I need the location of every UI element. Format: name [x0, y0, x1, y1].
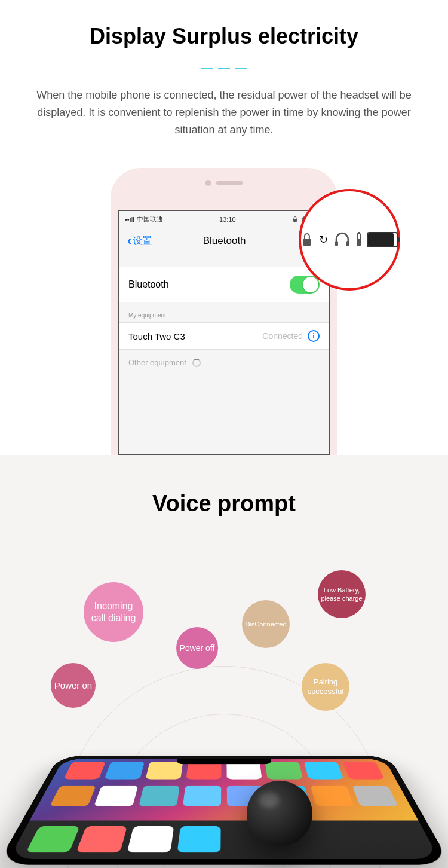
device-name: Touch Two C3 — [128, 331, 185, 341]
bluetooth-toggle-row: Bluetooth — [119, 267, 329, 302]
app-icon — [186, 762, 221, 780]
device-row[interactable]: Touch Two C3 Connected i — [119, 322, 329, 350]
bubble-disconnected: DisConnected — [242, 600, 290, 648]
app-icon — [303, 762, 343, 780]
spinner-icon — [192, 359, 201, 367]
app-icon — [139, 786, 180, 806]
nav-title: Bluetooth — [128, 235, 321, 247]
bubble-low-battery: Low Battery, please charge — [318, 570, 366, 618]
status-left: ••ıll 中国联通 — [125, 215, 163, 224]
my-equipment-label: My equipment — [119, 302, 329, 322]
other-equipment-label: Other equipment — [128, 358, 186, 367]
device-status-wrap: Connected i — [262, 330, 320, 342]
app-icon — [127, 826, 174, 853]
phone-battery-icon — [367, 232, 398, 247]
phone-mockup-wrap: ••ıll 中国联通 13:10 ‹ 设置 B — [0, 168, 448, 455]
app-icon — [63, 762, 106, 780]
lock-icon — [301, 233, 313, 247]
earpiece-icon — [216, 181, 243, 185]
status-bar: ••ıll 中国联通 13:10 — [119, 211, 329, 227]
status-time: 13:10 — [219, 216, 236, 223]
phone-screen: ••ıll 中国联通 13:10 ‹ 设置 B — [118, 210, 330, 455]
app-icon — [183, 786, 221, 806]
lock-icon — [292, 216, 298, 222]
bubble-power-on: Power on — [51, 663, 96, 708]
bubble-incoming-call: Incoming call dialing — [84, 582, 143, 642]
other-equipment-row: Other equipment — [119, 350, 329, 375]
app-icon — [145, 762, 183, 780]
bluetooth-label: Bluetooth — [128, 279, 169, 290]
phone-bottom-screen — [8, 759, 440, 860]
refresh-arrow-icon: ↻ — [319, 233, 328, 246]
app-icon — [342, 762, 385, 780]
svg-rect-0 — [293, 219, 297, 222]
app-icon — [76, 826, 127, 853]
info-icon[interactable]: i — [308, 330, 320, 342]
app-icon — [226, 762, 262, 780]
wallpaper — [30, 759, 418, 821]
app-icon — [265, 762, 303, 780]
earbud-image — [247, 781, 312, 846]
bubble-area: Incoming call dialing DisConnected Low B… — [0, 576, 448, 780]
phone-perspective — [0, 756, 448, 865]
bubble-power-off: Power off — [176, 627, 218, 669]
device-status: Connected — [262, 331, 303, 341]
app-dock — [8, 821, 440, 860]
front-camera-icon — [205, 180, 211, 186]
svg-rect-6 — [303, 239, 311, 246]
app-icon — [105, 762, 145, 780]
headphone-icon — [334, 232, 351, 247]
bluetooth-toggle[interactable] — [290, 276, 320, 294]
magnifier-callout: ↻ — [299, 189, 400, 291]
nav-bar: ‹ 设置 Bluetooth — [119, 227, 329, 255]
app-icon — [352, 786, 398, 806]
app-icon — [26, 826, 80, 853]
app-icon — [50, 786, 96, 806]
svg-rect-7 — [335, 241, 338, 246]
toggle-knob-icon — [303, 277, 318, 292]
headset-battery-icon — [357, 233, 361, 246]
phone-notch-icon — [176, 759, 272, 765]
svg-rect-8 — [346, 241, 349, 246]
phone-frame: ••ıll 中国联通 13:10 ‹ 设置 B — [111, 168, 337, 455]
app-icon — [310, 786, 354, 806]
section1-description: When the mobile phone is connected, the … — [0, 87, 448, 138]
app-row — [35, 783, 412, 810]
phone-earpiece-area — [205, 180, 243, 186]
section1-title: Display Surplus electricity — [0, 24, 448, 49]
app-icon — [94, 786, 138, 806]
section2-title: Voice prompt — [0, 491, 448, 516]
bubble-pairing: Pairing successful — [302, 663, 349, 711]
divider-dashes — [0, 61, 448, 72]
surplus-section: Display Surplus electricity When the mob… — [0, 0, 448, 455]
carrier-label: 中国联通 — [137, 215, 163, 224]
voice-prompt-section: Voice prompt Incoming call dialing DisCo… — [0, 455, 448, 868]
signal-icon: ••ıll — [125, 216, 134, 223]
app-icon — [177, 826, 220, 853]
